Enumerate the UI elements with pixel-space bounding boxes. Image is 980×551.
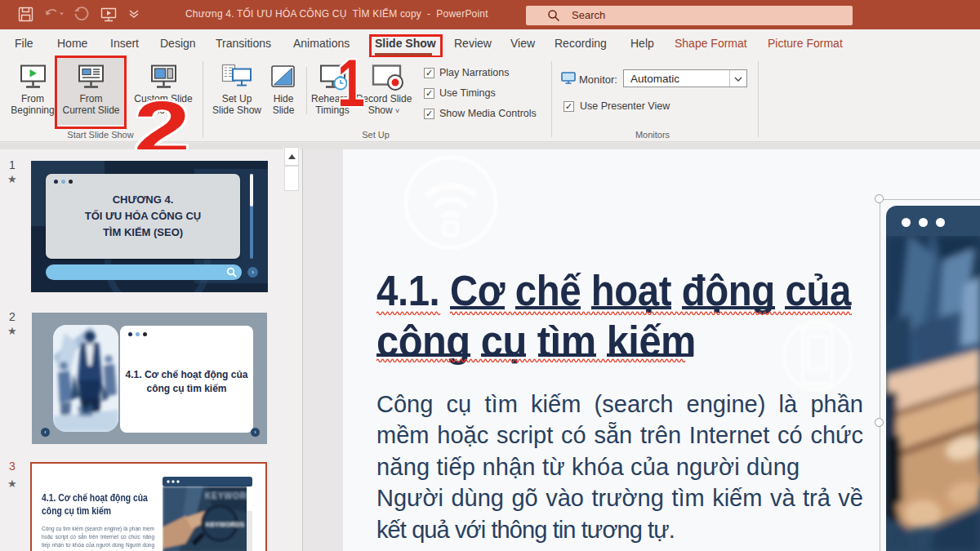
svg-text:KEYWORDS: KEYWORDS [205,491,252,500]
svg-text:KEYWORDS: KEYWORDS [206,521,245,528]
